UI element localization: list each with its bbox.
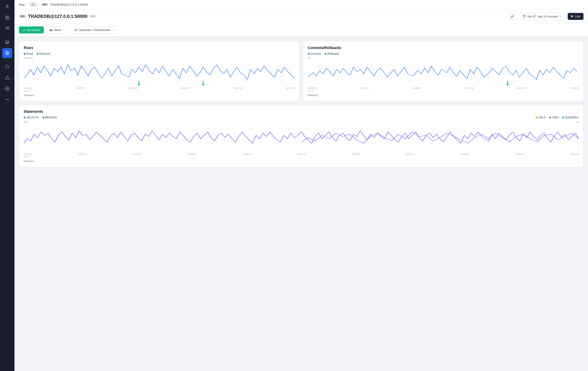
statements-ymax-left: 120 — [24, 120, 28, 123]
sidebar-icon-users[interactable] — [2, 23, 12, 33]
sidebar-icon-warning[interactable] — [2, 73, 12, 83]
selects-label: SELECTS — [26, 116, 39, 119]
no-issues-label: No Issues — [27, 28, 40, 32]
svg-point-27 — [76, 29, 77, 29]
c-xaxis-2: 14:49:12 — [412, 87, 421, 92]
svg-point-0 — [7, 5, 8, 7]
rows-legend-read: Read — [24, 52, 33, 55]
xaxis-3: 14:51:12 — [181, 87, 190, 92]
statements-ymax-right: 14 — [576, 120, 579, 123]
stack-label: Stack — [54, 28, 62, 32]
statements-header: Statements — [24, 109, 579, 114]
s-xaxis-7: 14:52:12 — [406, 153, 415, 158]
c-xaxis-0: 14:45:12Apr 07 — [308, 87, 316, 92]
merges-label: MERGES — [45, 116, 57, 119]
toolbar: No Issues Stack Upstream / Downstream — [14, 23, 588, 37]
xaxis-0: 14:45:12Apr 07 — [24, 87, 32, 92]
header-subtitle: DB2 — [90, 15, 96, 18]
sidebar-icon-grid[interactable] — [2, 13, 12, 22]
svg-point-20 — [7, 99, 8, 100]
svg-rect-5 — [6, 18, 7, 20]
svg-marker-35 — [137, 83, 140, 85]
xaxis-2: 14:49:12 — [128, 87, 137, 92]
xaxis-1: 14:47:12 — [76, 87, 85, 92]
svg-point-18 — [7, 88, 8, 89]
statements-legend-right: DDLS UIDS XQUERIES — [536, 116, 579, 119]
breadcrumb: Map › (2) › DB2 TRADEDB@127.0.0.1:50000 — [14, 0, 588, 9]
uids-dot — [549, 117, 551, 118]
s-xaxis-3: 14:48:12 — [188, 153, 197, 158]
rows-chart-legend: Read Returned — [24, 52, 295, 55]
s-xaxis-4: 14:49:12 — [242, 153, 251, 158]
live-button[interactable]: Live — [568, 13, 584, 20]
svg-line-29 — [75, 29, 76, 30]
sidebar-icon-robot[interactable] — [2, 2, 12, 12]
sidebar-icon-search[interactable] — [2, 62, 12, 72]
svg-point-28 — [76, 31, 77, 31]
returned-label: Returned — [39, 52, 50, 55]
statements-chart-card: Statements SELECTS MERGES DDLS — [19, 105, 584, 167]
sidebar — [0, 0, 14, 371]
c-xaxis-5: 14:55:12 — [570, 87, 579, 92]
statements-chart-svg — [24, 124, 579, 151]
s-xaxis-1: 14:46:12 — [78, 153, 87, 158]
statements-uids: UIDS — [549, 116, 558, 119]
svg-point-19 — [6, 99, 6, 100]
svg-point-2 — [7, 5, 8, 5]
svg-marker-37 — [202, 83, 205, 85]
breadcrumb-dots[interactable]: (2) — [29, 2, 37, 7]
rows-legend-returned: Returned — [37, 52, 50, 55]
header-actions: Apr 07 Last 10 minutes Live — [508, 12, 584, 20]
ddls-label: DDLS — [538, 116, 546, 119]
commits-chart-legend: Commits Rollbacks — [308, 52, 579, 55]
rows-chart-card: Rows Read Returned 120,000 — [19, 41, 299, 101]
svg-rect-3 — [6, 16, 7, 17]
stack-button[interactable]: Stack — [46, 26, 69, 34]
no-issues-button[interactable]: No Issues — [19, 26, 44, 33]
commits-dot — [308, 53, 310, 55]
statements-ddls: DDLS — [536, 116, 546, 119]
svg-point-14 — [6, 65, 9, 68]
commits-chart-card: Commits/Rollbacks Commits Rollbacks 52 — [303, 41, 584, 101]
s-xaxis-2: 14:47:12 — [133, 153, 142, 158]
sidebar-icon-settings[interactable] — [2, 84, 12, 94]
rows-xaxis: 14:45:12Apr 07 14:47:12 14:49:12 14:51:1… — [24, 87, 295, 92]
statements-title: Statements — [24, 109, 43, 114]
statements-xqueries: XQUERIES — [562, 116, 579, 119]
read-label: Read — [26, 52, 33, 55]
xaxis-4: 14:53:12 — [233, 87, 242, 92]
upstream-downstream-button[interactable]: Upstream / Downstream — [71, 26, 118, 34]
statements-footer: Releases — [24, 160, 579, 163]
breadcrumb-sep-1: › — [26, 3, 27, 6]
svg-line-30 — [75, 30, 76, 31]
upstream-label: Upstream / Downstream — [79, 28, 110, 32]
breadcrumb-sep-2: › — [38, 3, 39, 6]
statements-selects: SELECTS — [24, 116, 39, 119]
s-xaxis-0: 14:45:12Apr 07 — [24, 153, 32, 158]
breadcrumb-db2-badge: DB2 — [41, 3, 48, 6]
link-button[interactable] — [508, 12, 517, 20]
svg-point-8 — [8, 27, 9, 28]
xqueries-dot — [562, 117, 564, 118]
rows-chart-footer: Releases — [24, 94, 295, 97]
sidebar-divider-2 — [3, 60, 11, 60]
commits-xaxis: 14:45:12Apr 07 14:47:12 14:49:12 14:51:1… — [308, 87, 579, 92]
charts-top-row: Rows Read Returned 120,000 — [19, 41, 584, 101]
s-xaxis-8: 14:53:12 — [461, 153, 470, 158]
s-xaxis-10: 14:55:12 — [570, 153, 579, 158]
svg-marker-23 — [571, 15, 573, 17]
main-content: Map › (2) › DB2 TRADEDB@127.0.0.1:50000 … — [14, 0, 588, 371]
svg-point-11 — [7, 52, 8, 54]
sidebar-icon-layers[interactable] — [2, 37, 12, 47]
page-header: DB2 TRADEDB@127.0.0.1:50000 DB2 Apr 07 L… — [14, 9, 588, 23]
sidebar-icon-stack[interactable] — [2, 48, 12, 58]
s-xaxis-5: 14:50:12 — [297, 153, 306, 158]
sidebar-icon-more[interactable] — [2, 94, 12, 104]
c-xaxis-4: 14:53:12 — [517, 87, 526, 92]
breadcrumb-map[interactable]: Map — [19, 3, 25, 6]
s-xaxis-9: 14:54:12 — [515, 153, 524, 158]
time-range-button[interactable]: Apr 07 Last 10 minutes — [519, 13, 566, 20]
time-range-label: Last 10 minutes — [537, 15, 558, 18]
commits-legend-rollbacks: Rollbacks — [325, 52, 339, 55]
content-area: Rows Read Returned 120,000 — [14, 37, 588, 371]
